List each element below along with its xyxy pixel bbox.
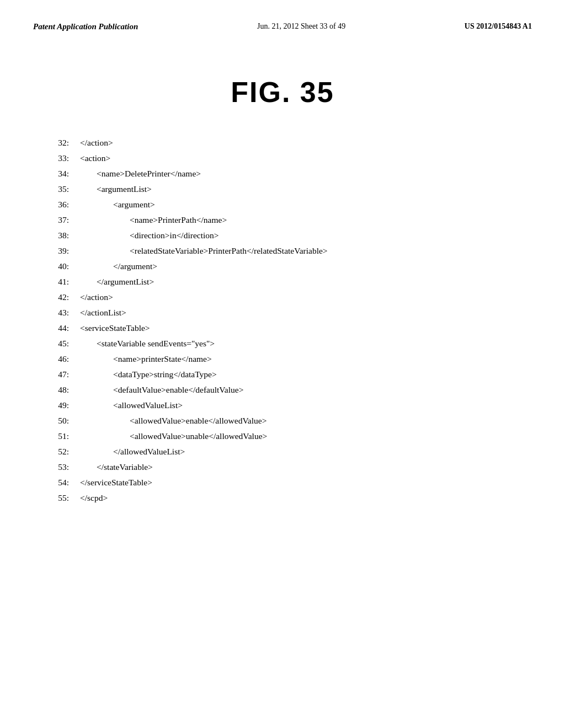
code-line: 34:<name>DeletePrinter</name> [44,167,521,180]
line-content: </action> [80,136,113,149]
line-content: </allowedValueList> [80,445,185,458]
line-number: 55: [44,491,69,505]
code-line: 50:<allowedValue>enable</allowedValue> [44,414,521,427]
line-content: <allowedValue>enable</allowedValue> [80,414,266,427]
sheet-info: Jun. 21, 2012 Sheet 33 of 49 [257,22,345,31]
line-number: 35: [44,183,69,196]
line-content: <name>PrinterPath</name> [80,213,227,227]
line-number: 38: [44,229,69,242]
line-number: 33: [44,152,69,165]
line-number: 36: [44,198,69,211]
line-number: 34: [44,167,69,180]
line-content: </actionList> [80,306,126,319]
figure-title-section: FIG. 35 [0,76,565,109]
code-line: 32:</action> [44,136,521,149]
code-line: 41:</argumentList> [44,275,521,288]
line-number: 44: [44,322,69,335]
code-line: 44:<serviceStateTable> [44,322,521,335]
patent-number: US 2012/0154843 A1 [465,22,532,31]
code-line: 47:<dataType>string</dataType> [44,368,521,381]
line-number: 45: [44,337,69,350]
code-line: 51:<allowedValue>unable</allowedValue> [44,430,521,443]
code-line: 42:</action> [44,291,521,304]
code-line: 55:</scpd> [44,491,521,505]
code-line: 46:<name>printerState</name> [44,352,521,366]
line-number: 37: [44,213,69,227]
code-line: 54:</serviceStateTable> [44,476,521,489]
line-number: 52: [44,445,69,458]
line-content: <allowedValue>unable</allowedValue> [80,430,267,443]
line-number: 41: [44,275,69,288]
line-content: <serviceStateTable> [80,322,150,335]
line-content: </argument> [80,260,157,273]
line-content: </serviceStateTable> [80,476,152,489]
line-content: <name>DeletePrinter</name> [80,167,201,180]
line-content: </stateVariable> [80,461,153,474]
code-line: 43:</actionList> [44,306,521,319]
code-line: 48:<defaultValue>enable</defaultValue> [44,383,521,397]
line-content: <defaultValue>enable</defaultValue> [80,383,243,397]
code-line: 39:<relatedStateVariable>PrinterPath</re… [44,244,521,258]
code-line: 33:<action> [44,152,521,165]
line-number: 39: [44,244,69,258]
line-content: <dataType>string</dataType> [80,368,217,381]
code-line: 36:<argument> [44,198,521,211]
line-content: <allowedValueList> [80,399,183,412]
line-content: </argumentList> [80,275,154,288]
page: Patent Application Publication Jun. 21, … [0,0,565,728]
line-number: 54: [44,476,69,489]
line-number: 51: [44,430,69,443]
line-number: 49: [44,399,69,412]
code-line: 49:<allowedValueList> [44,399,521,412]
publication-label: Patent Application Publication [33,22,138,31]
code-line: 52:</allowedValueList> [44,445,521,458]
line-number: 32: [44,136,69,149]
code-line: 45:<stateVariable sendEvents="yes"> [44,337,521,350]
line-content: <argument> [80,198,155,211]
code-listing: 32:</action>33:<action>34:<name>DeletePr… [0,136,565,529]
code-line: 40:</argument> [44,260,521,273]
line-number: 53: [44,461,69,474]
line-content: <argumentList> [80,183,152,196]
figure-heading: FIG. 35 [0,76,565,109]
line-content: </scpd> [80,491,108,505]
line-number: 43: [44,306,69,319]
line-content: <direction>in</direction> [80,229,219,242]
code-line: 53:</stateVariable> [44,461,521,474]
code-line: 38:<direction>in</direction> [44,229,521,242]
line-content: <stateVariable sendEvents="yes"> [80,337,215,350]
line-number: 40: [44,260,69,273]
line-number: 50: [44,414,69,427]
page-header: Patent Application Publication Jun. 21, … [0,0,565,42]
line-number: 46: [44,352,69,366]
line-number: 42: [44,291,69,304]
line-number: 47: [44,368,69,381]
code-line: 37:<name>PrinterPath</name> [44,213,521,227]
line-content: <action> [80,152,110,165]
line-content: </action> [80,291,113,304]
line-content: <relatedStateVariable>PrinterPath</relat… [80,244,328,258]
code-line: 35:<argumentList> [44,183,521,196]
line-content: <name>printerState</name> [80,352,212,366]
line-number: 48: [44,383,69,397]
